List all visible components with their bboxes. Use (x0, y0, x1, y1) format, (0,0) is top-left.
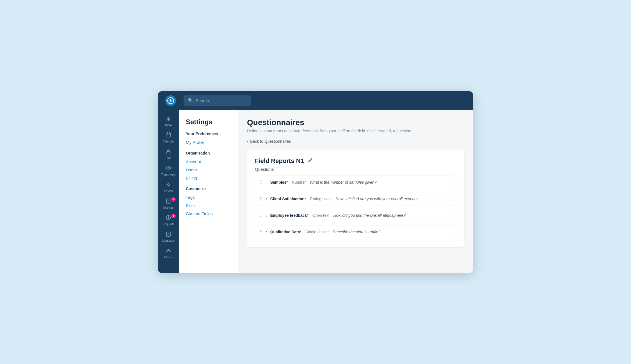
invoices-badge: 1 (171, 197, 176, 202)
main-layout: ⊞ Today Calendar (158, 110, 473, 273)
today-icon: ⊞ (166, 116, 171, 123)
back-chevron-icon: ‹ (247, 139, 248, 144)
settings-item-tags[interactable]: Tags (186, 193, 231, 201)
svg-point-7 (168, 184, 169, 185)
question-name: Employee feedback* (270, 213, 308, 218)
invoices-icon (166, 198, 171, 205)
sidebar-item-today[interactable]: ⊞ Today (159, 114, 177, 129)
app-window: 🔍 ⊞ Today Calendar (158, 91, 473, 273)
back-link-label: Back to Questionnaires (250, 139, 291, 144)
settings-item-account[interactable]: Account (186, 158, 231, 166)
questionnaire-card: Field Reports N1 Questions ⠿ › Samples* … (247, 149, 464, 247)
question-row: ⠿ › Employee feedback* Open text How did… (255, 209, 456, 222)
expand-chevron-icon[interactable]: › (266, 180, 268, 185)
staff-icon (166, 149, 171, 156)
question-name: Client Satisfaction* (270, 197, 306, 201)
svg-point-20 (169, 249, 170, 251)
required-indicator: * (307, 213, 308, 218)
left-nav: ⊞ Today Calendar (158, 110, 179, 273)
page-subtitle: Define custom forms to capture feedback … (247, 129, 464, 133)
calendar-icon (166, 132, 171, 139)
settings-item-custom-fields[interactable]: Custom Fields (186, 209, 231, 218)
drag-handle-icon[interactable]: ⠿ (260, 180, 263, 185)
sidebar-item-invoices[interactable]: 1 Invoices (159, 196, 177, 211)
questions-label: Questions (255, 167, 456, 172)
sidebar-label-staff: Staff (166, 156, 171, 160)
sidebar-label-payroll: Payroll (164, 190, 173, 193)
requests-icon (166, 215, 171, 222)
question-type: Number (292, 180, 306, 185)
svg-point-19 (167, 249, 169, 251)
requests-badge: 1 (171, 214, 176, 218)
question-name: Samples* (270, 180, 288, 185)
sidebar-label-calendar: Calendar (163, 140, 174, 143)
svg-point-14 (168, 218, 169, 219)
settings-item-users[interactable]: Users (186, 166, 231, 174)
settings-item-skills[interactable]: Skills (186, 201, 231, 209)
expand-chevron-icon[interactable]: › (266, 213, 268, 218)
question-text: How satisfied are you with your overall … (335, 197, 421, 201)
sidebar-item-timesheets[interactable]: Timesheets (159, 163, 177, 178)
sidebar-item-calendar[interactable]: Calendar (159, 130, 177, 145)
drag-handle-icon[interactable]: ⠿ (260, 213, 263, 218)
section-header-preferences: Your Preferences (186, 132, 231, 136)
question-text: How did you find the overall atmosphere? (333, 213, 406, 218)
sidebar-item-requests[interactable]: 1 Requests (159, 213, 177, 228)
back-link[interactable]: ‹ Back to Questionnaires (247, 139, 291, 144)
settings-title: Settings (186, 118, 231, 126)
required-indicator: * (286, 180, 288, 185)
card-title: Field Reports N1 (255, 157, 304, 165)
search-input[interactable] (196, 98, 246, 103)
expand-chevron-icon[interactable]: › (266, 197, 268, 201)
expand-chevron-icon[interactable]: › (266, 230, 268, 234)
search-icon: 🔍 (188, 98, 193, 103)
settings-item-billing[interactable]: Billing (186, 174, 231, 182)
settings-item-my-profile[interactable]: My Profile (186, 138, 231, 146)
required-indicator: * (300, 230, 301, 234)
questions-container: ⠿ › Samples* Number What is the number o… (255, 176, 456, 239)
timesheets-icon (166, 165, 171, 172)
page-title: Questionnaires (247, 118, 464, 127)
question-row: ⠿ › Client Satisfaction* Rating scale Ho… (255, 192, 456, 206)
question-row: ⠿ › Qualitative Data* Single choice Desc… (255, 225, 456, 239)
question-row: ⠿ › Samples* Number What is the number o… (255, 176, 456, 189)
sidebar-item-clients[interactable]: Clients (159, 246, 177, 261)
sidebar-item-payroll[interactable]: Payroll (159, 179, 177, 195)
drag-handle-icon[interactable]: ⠿ (260, 229, 263, 235)
question-text: What is the number of samples given? (310, 180, 377, 185)
sidebar-label-clients: Clients (164, 256, 173, 259)
settings-sidebar: Settings Your Preferences My Profile Org… (179, 110, 238, 273)
topbar: 🔍 (158, 91, 473, 110)
edit-icon[interactable] (307, 157, 313, 164)
clients-icon (166, 248, 171, 255)
question-name: Qualitative Data* (270, 230, 301, 234)
question-type: Rating scale (310, 197, 331, 201)
section-header-organization: Organization (186, 151, 231, 155)
search-bar[interactable]: 🔍 (184, 95, 251, 106)
mandates-icon (166, 231, 171, 238)
sidebar-label-invoices: Invoices (163, 206, 174, 209)
question-text: Describe the store's traffic? (333, 230, 380, 234)
main-content: Questionnaires Define custom forms to ca… (238, 110, 473, 273)
section-header-customize: Customize (186, 186, 231, 191)
card-title-row: Field Reports N1 (255, 157, 456, 165)
sidebar-label-timesheets: Timesheets (161, 173, 175, 176)
app-logo (165, 95, 176, 106)
payroll-icon (166, 182, 171, 189)
sidebar-item-staff[interactable]: Staff (159, 146, 177, 162)
sidebar-item-mandates[interactable]: Mandates (159, 229, 177, 245)
drag-handle-icon[interactable]: ⠿ (260, 196, 263, 202)
question-type: Open text (312, 213, 330, 218)
logo-area (162, 95, 179, 106)
sidebar-label-mandates: Mandates (162, 239, 175, 242)
sidebar-label-requests: Requests (163, 223, 174, 226)
svg-rect-1 (166, 133, 171, 137)
required-indicator: * (305, 197, 306, 201)
question-type: Single choice (305, 230, 329, 234)
sidebar-label-today: Today (165, 123, 172, 126)
